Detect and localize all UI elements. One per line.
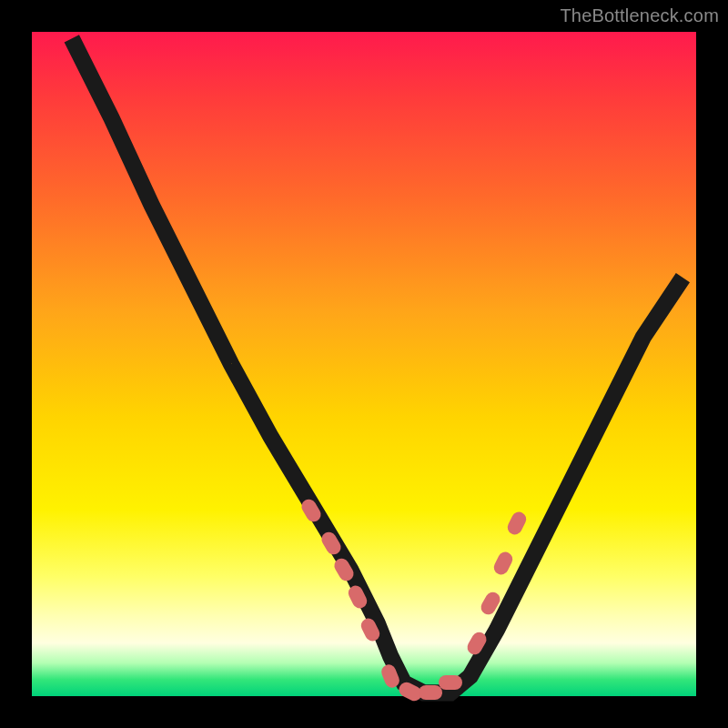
frame: TheBottleneck.com: [0, 0, 728, 728]
plot-area: [32, 32, 696, 696]
curve-marker: [419, 685, 442, 700]
bottleneck-curve: [72, 38, 683, 693]
watermark-text: TheBottleneck.com: [560, 5, 719, 26]
curve-marker: [439, 675, 462, 690]
